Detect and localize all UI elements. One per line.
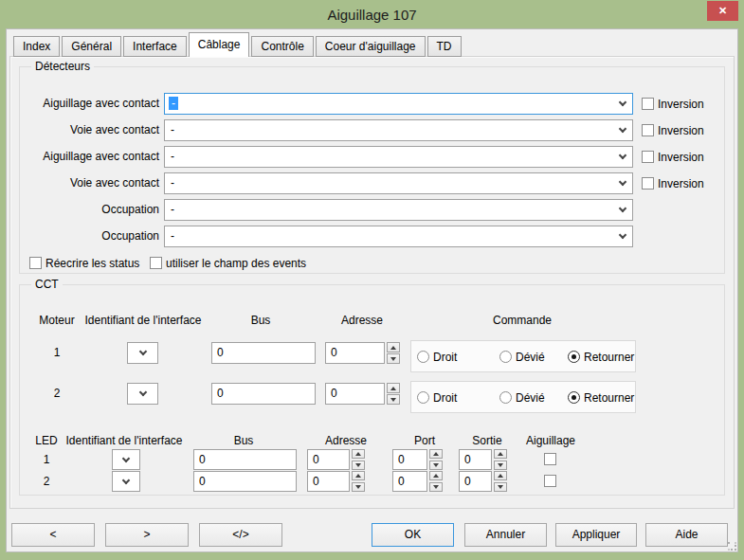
led-bus-input[interactable]: 0 [193,471,297,492]
chevron-down-icon[interactable] [113,450,139,469]
radio-retourner[interactable] [568,351,580,363]
resize-grip[interactable] [728,542,736,551]
moteur-interface-combobox[interactable] [127,342,158,364]
led-aiguillage-header: Aiguillage [503,434,598,448]
apply-button[interactable]: Appliquer [555,523,637,547]
led-sortie-spinner [494,449,507,470]
spin-down-button[interactable] [352,461,365,470]
led-sortie-input[interactable]: 0 [459,471,492,492]
moteur-interface-combobox[interactable] [127,383,158,405]
champ-events-label: utiliser le champ des events [166,257,306,270]
detector-combobox[interactable]: - [164,226,633,247]
chevron-down-icon[interactable] [613,147,632,167]
detecteurs-group-title: Détecteurs [31,60,94,74]
radio-droit[interactable] [417,391,429,404]
spin-down-button[interactable] [494,482,507,492]
spin-down-button[interactable] [429,461,443,470]
spin-up-button[interactable] [352,449,365,459]
chevron-down-icon[interactable] [128,343,157,363]
arrow-down-icon [433,463,439,467]
moteur-adresse-input[interactable]: 0 [325,342,385,364]
led-interface-combobox[interactable] [112,449,140,470]
chevron-down-icon[interactable] [613,226,632,246]
next-button[interactable]: > [105,523,189,547]
chevron-down-icon[interactable] [613,173,632,193]
radio-devie[interactable] [499,391,512,404]
inversion-checkbox[interactable] [642,98,654,110]
led-adresse-spinner [352,471,365,492]
led-adresse-input[interactable]: 0 [307,449,350,470]
inversion-checkbox[interactable] [642,177,654,190]
tab-interface[interactable]: Interface [123,36,187,57]
spin-up-button[interactable] [387,383,400,393]
tab-index[interactable]: Index [13,36,60,57]
detector-combobox[interactable]: - [164,119,633,141]
moteur-adresse-input[interactable]: 0 [325,383,385,405]
spin-down-button[interactable] [429,482,443,492]
arrow-up-icon [433,452,439,456]
radio-retourner-label: Retourner [584,382,634,414]
spin-up-button[interactable] [387,342,400,352]
spin-up-button[interactable] [494,471,507,480]
moteur-bus-input[interactable]: 0 [211,383,316,405]
detector-combobox[interactable]: - [164,199,633,221]
led-sortie-input[interactable]: 0 [459,449,492,470]
spin-down-button[interactable] [494,461,507,470]
led-interface-combobox[interactable] [112,471,140,492]
inversion-checkbox[interactable] [642,151,654,163]
detector-combobox[interactable]: - [164,172,633,194]
spin-up-button[interactable] [352,471,365,480]
chevron-down-icon[interactable] [613,200,632,220]
led-aiguillage-checkbox[interactable] [544,453,556,465]
radio-droit-label: Droit [433,341,457,373]
led-aiguillage-checkbox[interactable] [544,475,556,487]
spin-up-button[interactable] [494,449,507,459]
tab-controle[interactable]: Contrôle [251,36,313,57]
led-sortie-spinner [494,471,507,492]
radio-droit-label: Droit [433,382,457,414]
tab-cablage[interactable]: Câblage [189,32,250,57]
tab-td[interactable]: TD [427,36,462,57]
led-port-input[interactable]: 0 [392,471,427,492]
champ-events-checkbox[interactable] [150,257,162,269]
led-interface-header: Identifiant de l'interface [58,434,191,448]
inversion-checkbox[interactable] [642,124,654,136]
led-port-input[interactable]: 0 [392,449,427,470]
chevron-down-icon[interactable] [128,384,157,404]
spin-down-button[interactable] [387,394,400,405]
radio-devie[interactable] [499,351,512,363]
detector-combobox[interactable]: - [164,146,633,168]
cancel-button[interactable]: Annuler [464,523,547,547]
chevron-down-icon[interactable] [113,472,139,491]
spin-down-button[interactable] [387,353,400,364]
moteur-bus-input[interactable]: 0 [211,342,316,364]
led-adresse-input[interactable]: 0 [307,471,350,492]
prev-button[interactable]: < [11,523,95,547]
chevron-down-icon[interactable] [613,94,632,114]
spin-up-button[interactable] [429,471,443,480]
combobox-value: - [171,123,174,136]
detector-row-label: Voie avec contact [29,119,159,141]
title-bar[interactable]: Aiguillage 107 [0,0,744,28]
detector-combobox[interactable]: - [164,93,633,115]
radio-retourner[interactable] [568,391,580,404]
arrow-down-icon [355,485,361,489]
arrow-down-icon [390,357,396,361]
tab-coeur-d-aiguillage[interactable]: Coeur d'aiguillage [316,36,426,57]
reecrire-status-checkbox[interactable] [29,257,42,269]
reecrire-status-label: Réecrire les status [45,257,139,270]
help-button[interactable]: Aide [645,523,728,547]
led-bus-input[interactable]: 0 [193,449,297,470]
tab-general[interactable]: Général [62,36,121,57]
spin-up-button[interactable] [429,449,443,459]
ok-button[interactable]: OK [372,523,454,547]
arrow-down-icon [390,398,396,402]
close-button[interactable]: ✕ [707,1,738,21]
radio-droit[interactable] [417,351,429,363]
radio-devie-label: Dévié [516,382,545,414]
detecteurs-groupbox: Détecteurs Aiguillage avec contact - Inv… [19,66,725,274]
chevron-down-icon[interactable] [613,120,632,140]
code-button[interactable]: </> [199,523,282,547]
detector-row-label: Occupation [29,226,159,247]
spin-down-button[interactable] [352,482,365,492]
